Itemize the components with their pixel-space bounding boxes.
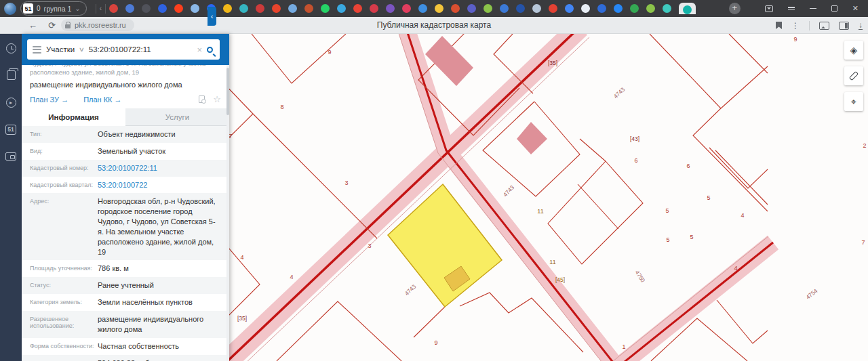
bookmark-icon[interactable]: [776, 22, 782, 29]
pinned-tab-favicon[interactable]: [451, 4, 460, 13]
chevron-down-icon: ⌄: [75, 5, 80, 12]
pinned-tab-favicon[interactable]: [272, 4, 281, 13]
map-measure-button[interactable]: [844, 66, 863, 85]
pinned-tab-favicon[interactable]: [125, 4, 134, 13]
pinned-tab-favicon[interactable]: [288, 4, 297, 13]
active-tab[interactable]: [679, 3, 696, 14]
pinned-tab-favicon[interactable]: [597, 4, 606, 13]
reload-icon[interactable]: ⟳: [48, 20, 56, 30]
new-tab-button[interactable]: +: [729, 3, 741, 14]
tab-search-icon[interactable]: [765, 5, 773, 12]
row-value: Новгородская обл, р-н Чудовский, городск…: [98, 196, 221, 257]
row-label: Вид:: [30, 146, 98, 156]
pinned-tab-favicon[interactable]: [581, 4, 590, 13]
pinned-tab-favicon[interactable]: [532, 4, 541, 13]
pinned-tab-favicon[interactable]: [191, 4, 199, 13]
tab-group-pill[interactable]: 51 0 группа 1 ⌄: [20, 1, 87, 16]
row-value: размещение индивидуального жилого дома: [98, 314, 221, 335]
pinned-tab-favicon[interactable]: [467, 4, 476, 13]
row-label: Категория земель:: [30, 297, 98, 307]
restore-window-icon[interactable]: [831, 5, 837, 12]
pinned-tab-favicon[interactable]: [500, 4, 509, 13]
pinned-tab-favicon[interactable]: [158, 4, 167, 13]
parcel-number-label: 7: [861, 239, 865, 246]
profile-avatar[interactable]: [4, 3, 16, 15]
menu-icon[interactable]: [33, 44, 41, 55]
favorite-star-icon[interactable]: ☆: [213, 94, 221, 104]
address-bar[interactable]: pkk.rosreestr.ru: [61, 19, 134, 31]
clear-search-icon[interactable]: ×: [197, 45, 202, 55]
pinned-tab-favicon[interactable]: [683, 5, 692, 14]
doc-search-icon[interactable]: [199, 95, 205, 103]
pinned-tab-favicon[interactable]: [565, 4, 574, 13]
map-locate-button[interactable]: ⌖: [844, 92, 863, 111]
plan-zu-link[interactable]: План ЗУ →: [30, 95, 68, 104]
object-info-panel: Участки ∨ 53:20:0100722:11 × Земельный у…: [22, 34, 229, 361]
row-value: Земли населённых пунктов: [98, 297, 221, 307]
pinned-tab-favicon[interactable]: [630, 4, 639, 13]
sidebar-notes-icon[interactable]: [5, 69, 17, 81]
pinned-tab-favicon[interactable]: [223, 4, 232, 13]
pinned-tab-favicon[interactable]: [418, 4, 427, 13]
pinned-tab-favicon[interactable]: [370, 4, 378, 13]
search-category-select[interactable]: Участки: [46, 45, 75, 54]
pinned-tab-favicon[interactable]: [663, 4, 671, 13]
table-row: Площадь уточненная:786 кв. м: [22, 260, 229, 277]
tab-services[interactable]: Услуги: [125, 108, 229, 126]
kebab-menu-icon[interactable]: ⋮: [791, 21, 800, 30]
pinned-tab-favicon[interactable]: [256, 4, 264, 13]
pictures-extension-icon[interactable]: [819, 22, 829, 30]
building-number-label: [43]: [630, 135, 639, 142]
search-icon[interactable]: [207, 47, 213, 53]
search-box[interactable]: Участки ∨ 53:20:0100722:11 ×: [27, 39, 220, 60]
search-input[interactable]: 53:20:0100722:11: [89, 45, 193, 54]
pinned-tab-favicon[interactable]: [435, 4, 443, 13]
building-35[interactable]: [425, 36, 473, 86]
browser-tab-strip: 51 0 группа 1 ⌄ ‹ + ✕: [0, 0, 868, 17]
table-row: Кадастровый номер:53:20:0100722:11: [22, 160, 229, 177]
panel-tabs: ИнформацияУслуги: [22, 108, 229, 126]
back-icon[interactable]: ←: [28, 20, 37, 30]
pinned-tab-favicon[interactable]: [109, 4, 118, 13]
table-row: Кадастровый квартал:53:20:0100722: [22, 177, 229, 194]
collapse-panel-button[interactable]: ‹: [208, 7, 216, 26]
pinned-tab-favicon[interactable]: [321, 4, 330, 13]
pinned-tab-favicon[interactable]: [304, 4, 313, 13]
row-label: Площадь уточненная:: [30, 263, 98, 274]
sidebar-screenshot-icon[interactable]: [5, 150, 17, 163]
pinned-tab-favicon[interactable]: [386, 4, 395, 13]
sidebar-yandex-51-icon[interactable]: 51: [5, 123, 17, 135]
row-value-link[interactable]: 53:20:0100722: [98, 180, 221, 190]
downloads-icon[interactable]: ↓: [859, 22, 863, 30]
pinned-tab-favicon[interactable]: [646, 4, 655, 13]
minimize-icon[interactable]: [810, 8, 816, 9]
panel-scrollbar[interactable]: [226, 65, 229, 361]
pinned-tab-favicon[interactable]: [549, 4, 557, 13]
table-row: Тип:Объект недвижимости: [22, 126, 229, 143]
pinned-tab-favicon[interactable]: [142, 4, 151, 13]
pinned-tab-favicon[interactable]: [239, 4, 248, 13]
building-43[interactable]: [517, 122, 547, 154]
chevron-down-icon[interactable]: ∨: [79, 46, 85, 53]
tab-information[interactable]: Информация: [22, 108, 125, 126]
parcel-number-label: 1: [622, 343, 625, 350]
plan-kk-link[interactable]: План КК →: [83, 95, 121, 104]
pinned-tab-favicon[interactable]: [174, 4, 183, 13]
pinned-tab-favicon[interactable]: [337, 4, 346, 13]
close-window-icon[interactable]: ✕: [852, 4, 859, 13]
pinned-tab-favicon[interactable]: [516, 4, 525, 13]
side-panels-icon[interactable]: [839, 22, 849, 30]
browser-menu-icon[interactable]: [788, 5, 795, 12]
pinned-tab-favicon[interactable]: [484, 4, 492, 13]
pinned-tab-favicon[interactable]: [353, 4, 362, 13]
row-value-link[interactable]: 53:20:0100722:11: [98, 163, 221, 173]
parcel-number-label: 6: [634, 157, 637, 164]
pinned-tab-favicon[interactable]: [402, 4, 411, 13]
pinned-tab-favicon[interactable]: [614, 4, 623, 13]
sidebar-history-icon[interactable]: [5, 42, 17, 54]
sidebar-media-play-icon[interactable]: ▸: [5, 96, 17, 108]
row-value: Земельный участок: [98, 146, 221, 156]
map-layers-button[interactable]: ◈: [844, 41, 863, 60]
table-row: Адрес:Новгородская обл, р-н Чудовский, г…: [22, 193, 229, 260]
scroll-tabs-left-icon[interactable]: ‹: [100, 5, 102, 12]
